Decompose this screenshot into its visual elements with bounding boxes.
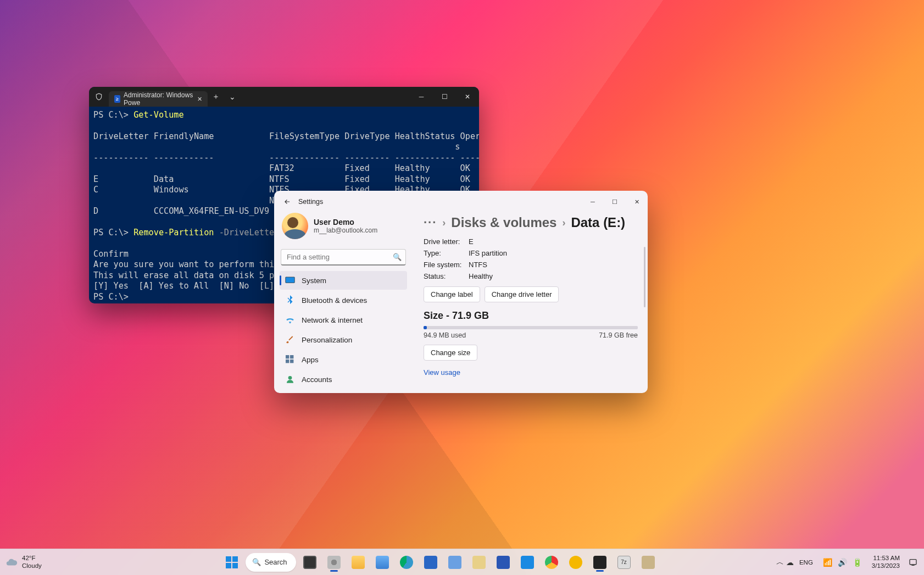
apps-icon: [285, 355, 295, 364]
sidebar-item-network[interactable]: Network & internet: [280, 311, 407, 329]
svg-rect-5: [290, 360, 293, 363]
maximize-button[interactable]: ☐: [604, 191, 626, 213]
taskbar-app-7zip[interactable]: 7z: [614, 552, 634, 573]
taskbar-app-explorer[interactable]: [348, 552, 369, 573]
wifi-icon[interactable]: 📶: [823, 558, 832, 567]
svg-rect-2: [286, 355, 289, 358]
sidebar-item-apps[interactable]: Apps: [280, 350, 407, 369]
sidebar-item-bluetooth[interactable]: Bluetooth & devices: [280, 291, 407, 309]
settings-content: ··· › Disks & volumes › Data (E:) Drive …: [410, 213, 648, 393]
taskbar-app-settings[interactable]: [324, 552, 344, 573]
taskbar-app-notepad[interactable]: [444, 552, 465, 573]
terminal-titlebar[interactable]: ≥ Administrator: Windows Powe ✕ ＋ ⌄ ─ ☐ …: [89, 87, 479, 107]
user-account-row[interactable]: User Demo m__lab@outlook.com: [280, 213, 407, 246]
settings-titlebar[interactable]: Settings ─ ☐ ✕: [274, 191, 648, 213]
settings-app-title: Settings: [298, 198, 323, 206]
taskbar-app-controlpanel[interactable]: [372, 552, 393, 573]
back-button[interactable]: [280, 194, 295, 209]
taskbar-app-chrome[interactable]: [541, 552, 562, 573]
search-input[interactable]: [281, 249, 406, 266]
sidebar-item-label: Personalization: [302, 336, 352, 344]
sidebar-item-system[interactable]: System: [280, 271, 407, 290]
weather-widget[interactable]: 42°F Cloudy: [0, 555, 110, 569]
taskbar-app-canary[interactable]: [565, 552, 586, 573]
svg-rect-4: [286, 360, 289, 363]
avatar: [282, 213, 308, 239]
r1-fn: Data: [154, 174, 174, 184]
sidebar-item-accounts[interactable]: Accounts: [280, 370, 407, 389]
minimize-button[interactable]: ─: [582, 191, 604, 213]
user-email: m__lab@outlook.com: [314, 226, 377, 234]
r4-dl: D: [93, 206, 98, 216]
svg-rect-3: [290, 355, 293, 358]
bluetooth-icon: [285, 295, 295, 305]
prop-val-filesystem: NTFS: [469, 261, 487, 269]
battery-icon[interactable]: 🔋: [853, 558, 862, 567]
breadcrumb-current: Data (E:): [571, 215, 625, 230]
r1-hs: Healthy: [395, 174, 430, 184]
weather-temp: 42°F: [22, 555, 42, 562]
taskbar-app-terminal[interactable]: [589, 552, 610, 573]
chevron-right-icon: ›: [562, 217, 565, 229]
tray-onedrive-icon[interactable]: ☁: [786, 558, 794, 567]
paintbrush-icon: [285, 335, 295, 345]
close-button[interactable]: ✕: [456, 87, 479, 107]
taskbar-app-edge[interactable]: [396, 552, 417, 573]
usage-bar-fill: [424, 326, 427, 329]
breadcrumb-overflow[interactable]: ···: [424, 215, 437, 230]
sidebar-item-personalization[interactable]: Personalization: [280, 330, 407, 349]
taskbar-app-outlook[interactable]: [420, 552, 441, 573]
task-view-button[interactable]: [299, 552, 320, 573]
change-label-button[interactable]: Change label: [424, 286, 480, 302]
tab-close-icon[interactable]: ✕: [196, 95, 203, 103]
col-h2: FriendlyName: [154, 131, 214, 141]
r1-dt: Fixed: [344, 174, 370, 184]
clock-time: 11:53 AM: [872, 555, 900, 562]
windows-logo-icon: [226, 556, 238, 568]
terminal-tab[interactable]: ≥ Administrator: Windows Powe ✕: [109, 91, 208, 107]
col-h4: DriveType: [344, 131, 389, 141]
taskbar-app-word[interactable]: [493, 552, 514, 573]
r1-os: OK: [460, 174, 470, 184]
volume-icon[interactable]: 🔊: [838, 558, 847, 567]
taskbar-clock[interactable]: 11:53 AM 3/13/2023: [869, 555, 903, 569]
taskbar-app-misc[interactable]: [638, 552, 659, 573]
prop-key-filesystem: File system:: [424, 261, 469, 269]
close-button[interactable]: ✕: [626, 191, 648, 213]
cloud-icon: [5, 556, 18, 568]
change-size-button[interactable]: Change size: [424, 345, 477, 361]
settings-window: Settings ─ ☐ ✕ User Demo m__lab@outlook.…: [274, 191, 648, 393]
taskbar-search[interactable]: 🔍 Search: [246, 553, 296, 572]
taskbar-app-vscode[interactable]: [517, 552, 538, 573]
start-button[interactable]: [221, 552, 242, 573]
settings-search[interactable]: 🔍: [281, 249, 406, 266]
breadcrumb-disks-volumes[interactable]: Disks & volumes: [451, 215, 556, 230]
sidebar-item-label: Bluetooth & devices: [302, 296, 367, 305]
language-indicator[interactable]: ENG: [796, 559, 816, 566]
notifications-button[interactable]: [905, 552, 921, 573]
change-drive-letter-button[interactable]: Change drive letter: [485, 286, 559, 302]
size-heading: Size - 71.9 GB: [424, 310, 638, 322]
ps-param: -DriveLetter: [219, 228, 280, 237]
r2-dl: C: [93, 185, 98, 195]
sidebar-item-label: System: [302, 277, 326, 285]
powershell-icon: ≥: [114, 95, 120, 103]
search-icon: 🔍: [252, 558, 261, 566]
prop-val-status: Healthy: [469, 272, 493, 280]
r0-dt: Fixed: [344, 163, 370, 173]
ps-command: Get-Volume: [133, 110, 183, 120]
scrollbar[interactable]: [644, 247, 645, 307]
taskbar-app-paint[interactable]: [469, 552, 489, 573]
free-label: 71.9 GB free: [599, 331, 638, 339]
r2-fn: Windows: [154, 185, 189, 195]
maximize-button[interactable]: ☐: [433, 87, 456, 107]
tray-chevron-up-icon[interactable]: ︿: [776, 557, 784, 567]
prop-val-drive-letter: E: [469, 237, 474, 246]
tab-dropdown-icon[interactable]: ⌄: [224, 87, 241, 107]
minimize-button[interactable]: ─: [410, 87, 433, 107]
r0-os: OK: [460, 163, 470, 173]
new-tab-button[interactable]: ＋: [208, 87, 224, 107]
view-usage-link[interactable]: View usage: [424, 368, 638, 377]
clock-date: 3/13/2023: [872, 562, 900, 570]
sidebar-item-label: Network & internet: [302, 316, 363, 324]
